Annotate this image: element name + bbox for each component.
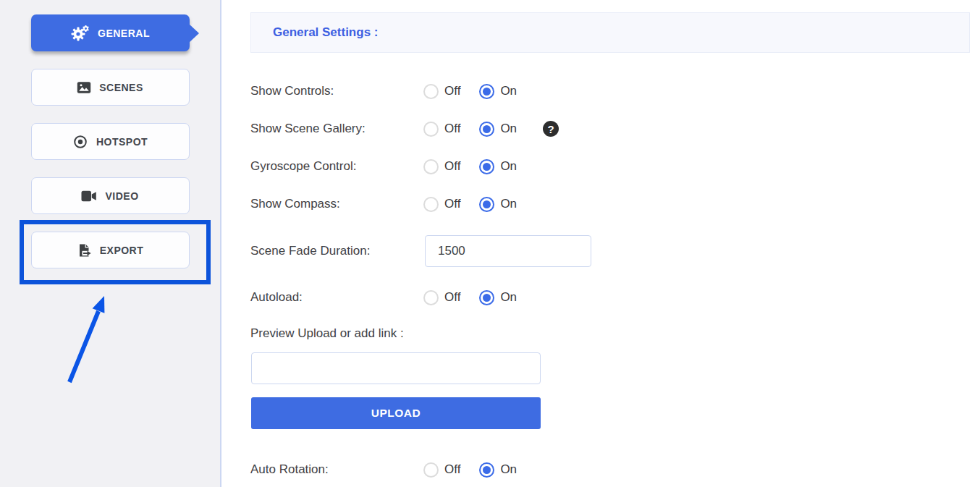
radio-circle-on[interactable] (479, 159, 494, 174)
help-icon[interactable]: ? (543, 121, 559, 137)
form-row-show-controls: Show Controls: Off On (250, 82, 902, 100)
target-icon (72, 134, 88, 150)
radio-label: Off (444, 84, 460, 98)
preview-link-input[interactable] (251, 352, 541, 384)
field-label: Show Controls: (250, 84, 423, 98)
radio-on[interactable]: On (479, 197, 517, 212)
sidebar-item-hotspot[interactable]: HOTSPOT (31, 123, 190, 160)
radio-off[interactable]: Off (423, 122, 460, 137)
field-label: Show Compass: (250, 197, 423, 211)
sidebar-item-video[interactable]: VIDEO (31, 177, 190, 214)
radio-label: On (500, 197, 517, 211)
radio-label: Off (444, 290, 460, 305)
radio-label: On (500, 290, 517, 305)
image-icon (77, 80, 91, 95)
radio-label: Off (444, 197, 460, 211)
radio-label: Off (444, 159, 460, 174)
video-camera-icon (81, 190, 97, 202)
radio-label: Off (444, 462, 460, 477)
preview-upload-label: Preview Upload or add link : (250, 326, 404, 341)
radio-off[interactable]: Off (423, 462, 460, 478)
radio-dot (483, 163, 491, 171)
radio-circle-off[interactable] (423, 197, 439, 212)
radio-circle-on[interactable] (479, 290, 494, 305)
radio-dot (483, 200, 491, 208)
gears-icon (70, 25, 90, 42)
sidebar-item-label: VIDEO (105, 190, 138, 202)
export-icon (77, 243, 92, 258)
form-row-show-scene-gallery: Show Scene Gallery: Off On ? (250, 120, 902, 137)
field-label: Auto Rotation: (250, 462, 423, 477)
radio-off[interactable]: Off (423, 290, 460, 305)
sidebar-item-label: HOTSPOT (96, 136, 148, 148)
radio-off[interactable]: Off (423, 197, 460, 212)
sidebar-item-export[interactable]: EXPORT (31, 232, 190, 268)
radio-dot (483, 466, 491, 474)
field-label: Gyroscope Control: (250, 159, 423, 174)
radio-circle-off[interactable] (423, 84, 439, 99)
sidebar-item-label: SCENES (99, 82, 143, 93)
radio-label: On (500, 159, 517, 174)
form-row-show-compass: Show Compass: Off On (250, 195, 902, 213)
radio-dot (483, 125, 491, 133)
radio-on[interactable]: On (479, 84, 517, 99)
radio-on[interactable]: On (479, 159, 517, 174)
sidebar-item-scenes[interactable]: SCENES (31, 69, 190, 106)
radio-off[interactable]: Off (423, 84, 460, 99)
active-tab-pointer (189, 24, 199, 43)
field-label: Show Scene Gallery: (250, 122, 423, 136)
radio-off[interactable]: Off (423, 159, 460, 174)
radio-circle-off[interactable] (423, 462, 439, 478)
radio-dot (483, 294, 491, 302)
radio-circle-off[interactable] (423, 290, 439, 305)
radio-label: On (500, 122, 517, 136)
app-window: GENERAL SCENES HOTSPOT (0, 0, 980, 487)
form-row-auto-rotation: Auto Rotation: Off On (250, 461, 902, 478)
radio-label: Off (444, 122, 460, 136)
page-title: General Settings : (273, 25, 378, 40)
sidebar-item-general[interactable]: GENERAL (31, 14, 190, 51)
radio-label: On (500, 462, 517, 477)
sidebar-item-label: GENERAL (98, 27, 150, 39)
radio-on[interactable]: On (479, 290, 517, 305)
field-label: Autoload: (250, 290, 423, 305)
radio-on[interactable]: On (479, 462, 517, 478)
radio-label: On (500, 84, 517, 98)
sidebar: GENERAL SCENES HOTSPOT (0, 0, 221, 487)
radio-circle-on[interactable] (479, 462, 494, 478)
annotation-arrow (56, 286, 122, 391)
radio-circle-on[interactable] (479, 197, 494, 212)
radio-on[interactable]: On (479, 122, 517, 137)
radio-circle-on[interactable] (479, 122, 494, 137)
form-row-autoload: Autoload: Off On (250, 289, 902, 306)
field-label: Scene Fade Duration: (250, 244, 423, 258)
main-content: General Settings : Show Controls: Off On… (250, 0, 970, 487)
radio-circle-off[interactable] (423, 159, 439, 174)
radio-dot (483, 88, 491, 96)
sidebar-item-label: EXPORT (100, 245, 144, 256)
scene-fade-duration-input[interactable] (425, 235, 591, 267)
radio-circle-off[interactable] (423, 122, 439, 137)
radio-circle-on[interactable] (479, 84, 494, 99)
form-row-gyroscope-control: Gyroscope Control: Off On (250, 158, 902, 175)
panel-header: General Settings : (250, 12, 970, 53)
upload-button[interactable]: UPLOAD (251, 397, 541, 429)
